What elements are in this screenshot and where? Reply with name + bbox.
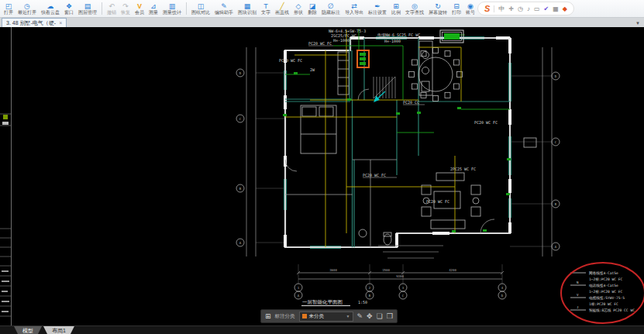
toolbar-item-draw-line[interactable]: ╱画直线 [273,0,291,17]
quick-access-pill: S 中 ✛ ◷ ♪ ▭ ✔ ▦ ◆ [477,2,574,15]
block-icon: ▦ [244,2,251,10]
svg-text:V: V [577,293,579,297]
edit-annotation-button[interactable]: ✎ [357,312,363,320]
toolbar-separator [186,2,187,15]
svg-text:1:50: 1:50 [358,300,367,305]
export-annotation-button[interactable]: ❒ [387,312,393,320]
cloud-icon: ☁ [47,2,54,10]
toolbar-item-block-recognize[interactable]: ▦图块识别 [236,0,259,17]
toolbar-item-measure[interactable]: ⊿测量 [146,0,160,17]
locate-icon[interactable]: ✛ [508,5,514,12]
svg-text:9300: 9300 [396,274,404,278]
toolbar-item-redo[interactable]: ↷恢复 [119,0,133,17]
screen-icon[interactable]: ▭ [534,5,540,12]
promo-icon[interactable]: ◆ [563,5,567,12]
svg-text:电缆NW-6 SC25 FC WC: 电缆NW-6 SC25 FC WC [377,33,420,38]
toolbar-item-edit-assistant[interactable]: ✎编辑助手 [212,0,236,17]
toolbar-item-rotate-screen[interactable]: ↻屏幕旋转 [426,0,449,17]
close-icon[interactable]: × [59,20,62,26]
pen-settings-icon: ✒ [374,2,381,10]
toolbar-item-cloud[interactable]: ☁快看云盘 [39,0,62,17]
category-color-swatch [302,314,307,319]
toolbar-item-compare[interactable]: ◫图纸对比 [189,0,212,17]
toolbar-item-erase[interactable]: ◪删除 [305,0,319,17]
toolbar-item-layers[interactable]: ▤图层管理 [76,0,99,17]
toolbar-item-import-export[interactable]: ⇄导入导出 [343,0,366,17]
toolbar-item-annotation-settings[interactable]: ✒标注设置 [366,0,389,17]
toolbar-item-print[interactable]: ⊟打印 [449,0,463,17]
import-export-icon: ⇄ [351,2,357,10]
svg-text:2PC25 WC FC: 2PC25 WC FC [450,167,476,171]
cad-drawing[interactable]: D C B A D C B A 1 A 2 B 3 C 4 D 3600 150… [0,27,644,325]
toolbar-item-shapes[interactable]: ◇形状 [291,0,305,17]
undo-icon: ↶ [108,2,115,10]
eraser-icon: ◪ [309,2,316,10]
toolbar-item-undo[interactable]: ↶撤销 [105,0,119,17]
move-annotation-button[interactable]: ✥ [367,312,373,320]
toolbar-item-hide-annotations[interactable]: ∅隐藏标注 [319,0,343,17]
svg-text:4200: 4200 [449,268,456,272]
svg-text:C: C [402,294,405,298]
s-logo-icon[interactable]: S [484,5,490,12]
model-tab[interactable]: 模型 [14,326,42,334]
toolbar-item-text[interactable]: T文字 [259,0,273,17]
toolbar-item-vip[interactable]: V会员 [133,0,146,17]
toolbar-item-account[interactable]: ◉账号 [463,0,477,17]
svg-text:PC20 CC: PC20 CC [403,100,419,105]
drawing-canvas[interactable]: D C B A D C B A 1 A 2 B 3 C 4 D 3600 150… [0,27,644,325]
svg-text:1~2根:PC20 WC FC: 1~2根:PC20 WC FC [589,290,623,294]
toolbar-item-text-search[interactable]: ◎文字查找 [403,0,426,17]
qr-code-icon[interactable]: ▦ [553,5,559,12]
copy-annotation-button[interactable]: ❏ [377,312,383,320]
svg-text:B: B [239,187,242,191]
category-selected: 未分类 [309,313,344,320]
svg-text:A: A [239,241,242,245]
svg-text:H=-1000: H=-1000 [333,38,350,43]
eye-slash-icon: ∅ [328,2,334,10]
window-marks [284,37,511,249]
pill-separator [494,5,494,12]
language-icon[interactable]: 中 [498,5,505,12]
toolbar-item-scale[interactable]: ⊞比例 [389,0,403,17]
svg-text:N: N [577,281,579,284]
svg-text:PC20 WC FC: PC20 WC FC [474,120,498,125]
voice-icon[interactable]: ♪ [527,5,530,12]
svg-text:B: B [555,202,557,206]
svg-text:C: C [555,140,557,144]
rotate-icon: ↻ [435,2,441,10]
tab-overflow-icon[interactable]: ▼ [635,21,640,26]
check-icon[interactable]: ✔ [544,5,549,12]
layers-icon: ▤ [84,2,91,10]
layout1-tab[interactable]: 布局1 [43,326,74,334]
svg-text:D: D [239,71,242,75]
svg-text:A: A [298,294,300,298]
search-icon: ◎ [412,2,418,10]
toolbar-item-open[interactable]: ◰打开 [2,0,15,17]
svg-text:电话线缆4-Cat5e: 电话线缆4-Cat5e [589,284,618,288]
edit-icon: ✎ [221,2,227,10]
svg-text:A: A [555,245,557,249]
svg-text:1根:PC20 WC FC: 1根:PC20 WC FC [589,302,618,306]
plan-title: 一层智能化平面图 1:50 [301,299,367,306]
toolbar-item-window[interactable]: ❖窗口 [62,0,76,17]
document-tab-label: 3. 48 别墅-电气（硬- [6,19,56,27]
toolbar-item-recent[interactable]: ◷最近打开 [15,0,39,17]
measure-stats-icon: ▥ [169,2,176,10]
svg-text:2W: 2W [310,67,315,72]
text-icon: T [263,2,268,10]
wiring-legend: N V J 网络线缆4-Cat5e 1~2根:PC20 WC FC 电话线缆4-… [570,271,635,313]
main-toolbar: ◰打开 ◷最近打开 ☁快看云盘 ❖窗口 ▤图层管理 ↶撤销 ↷恢复 V会员 ⊿测… [0,0,644,18]
interior-walls [285,38,510,247]
grid-icon[interactable]: ⊞ [265,312,271,320]
toolbar-item-measure-stats[interactable]: ▥测量统计 [160,0,184,17]
history-icon[interactable]: ◷ [518,5,523,12]
svg-text:网络线缆4-Cat5e: 网络线缆4-Cat5e [589,271,618,276]
printer-icon: ⊟ [453,2,460,10]
svg-text:D: D [555,74,557,78]
svg-text:智能线:8芯线 PC20 CC WC: 智能线:8芯线 PC20 CC WC [589,308,635,313]
category-dropdown[interactable]: 未分类 ▼ [299,312,353,322]
document-tab[interactable]: 3. 48 别墅-电气（硬- × [2,18,67,27]
orange-selection-box[interactable] [357,50,369,67]
chevron-down-icon: ▼ [346,314,350,319]
line-icon: ╱ [280,2,284,10]
